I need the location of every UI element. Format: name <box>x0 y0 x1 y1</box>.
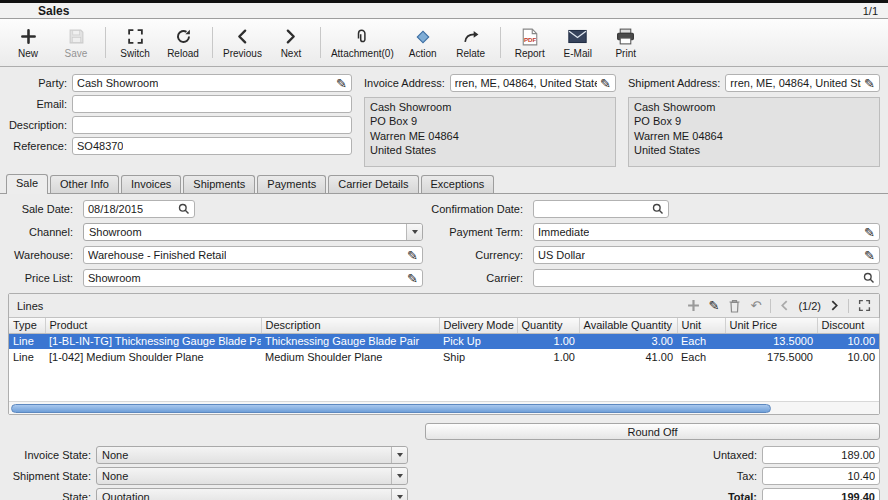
switch-view-icon <box>127 27 144 46</box>
edit-line-button[interactable]: ✎ <box>709 299 720 312</box>
sale-date-input[interactable]: 08/18/2015 <box>83 200 195 218</box>
relate-button[interactable]: Relate <box>447 21 495 64</box>
shipment-state-select[interactable]: None <box>96 467 408 485</box>
tax-label: Tax: <box>704 470 762 482</box>
tab-shipments[interactable]: Shipments <box>183 175 255 193</box>
tab-carrier-details[interactable]: Carrier Details <box>328 175 418 193</box>
pencil-icon: ✎ <box>864 77 875 90</box>
shipment-address-input[interactable]: rren, ME, 04864, United States ✎ <box>725 74 880 92</box>
edit-invoice-address-button[interactable]: ✎ <box>597 77 611 90</box>
chevron-down-icon <box>397 495 403 499</box>
shipment-address-label: Shipment Address: <box>628 77 725 89</box>
carrier-search-button[interactable] <box>860 272 875 284</box>
total-value: 199.40 <box>762 488 880 500</box>
email-input[interactable] <box>72 95 352 113</box>
lines-previous-button[interactable] <box>780 300 789 311</box>
record-pager: 1/1 <box>863 5 878 17</box>
chevron-left-icon <box>780 300 789 311</box>
sale-date-search-button[interactable] <box>175 203 190 215</box>
lines-expand-button[interactable] <box>858 299 871 312</box>
tab-other-info[interactable]: Other Info <box>50 175 119 193</box>
description-input[interactable] <box>72 116 352 134</box>
col-description[interactable]: Description <box>261 318 439 333</box>
undo-icon: ↶ <box>750 299 761 312</box>
action-button[interactable]: Action <box>399 21 447 64</box>
tab-exceptions[interactable]: Exceptions <box>421 175 495 193</box>
col-unit-price[interactable]: Unit Price <box>725 318 817 333</box>
new-button[interactable]: New <box>4 21 52 64</box>
lines-pager: (1/2) <box>798 300 821 312</box>
tab-payments[interactable]: Payments <box>257 175 326 193</box>
undo-line-button[interactable]: ↶ <box>750 299 761 312</box>
chevron-down-icon <box>412 230 418 234</box>
tab-invoices[interactable]: Invoices <box>121 175 181 193</box>
horizontal-scrollbar[interactable] <box>9 401 879 414</box>
reference-input[interactable]: SO48370 <box>72 137 352 155</box>
col-unit[interactable]: Unit <box>677 318 725 333</box>
next-button[interactable]: Next <box>267 21 315 64</box>
col-available-quantity[interactable]: Available Quantity <box>579 318 677 333</box>
payment-term-input[interactable]: Immediate ✎ <box>533 223 880 241</box>
envelope-icon <box>568 27 587 46</box>
pencil-icon: ✎ <box>709 299 720 312</box>
switch-button[interactable]: Switch <box>111 21 159 64</box>
shipment-state-label: Shipment State: <box>8 470 96 482</box>
state-select[interactable]: Quotation <box>96 488 408 500</box>
pencil-icon: ✎ <box>864 226 875 239</box>
reload-button[interactable]: Reload <box>159 21 207 64</box>
tab-sale[interactable]: Sale <box>6 174 48 194</box>
currency-input[interactable]: US Dollar ✎ <box>533 246 880 264</box>
price-list-input[interactable]: Showroom ✎ <box>83 269 423 287</box>
lines-title: Lines <box>17 300 43 312</box>
delete-line-button[interactable] <box>728 299 741 313</box>
magnifier-icon <box>178 203 190 215</box>
action-diamond-icon <box>414 27 432 46</box>
col-product[interactable]: Product <box>45 318 261 333</box>
chevron-left-icon <box>234 27 251 46</box>
warehouse-input[interactable]: Warehouse - Finished Retail ✎ <box>83 246 423 264</box>
channel-dropdown-button[interactable] <box>406 224 422 240</box>
untaxed-value: 189.00 <box>762 446 880 464</box>
channel-select[interactable]: Showroom <box>83 223 423 241</box>
trash-icon <box>728 299 741 313</box>
table-empty-area <box>9 365 879 401</box>
save-button[interactable]: Save <box>52 21 100 64</box>
previous-button[interactable]: Previous <box>218 21 267 64</box>
state-dropdown-button[interactable] <box>391 489 407 500</box>
scrollbar-thumb[interactable] <box>11 404 771 413</box>
add-line-button[interactable] <box>687 299 700 312</box>
invoice-address-input[interactable]: rren, ME, 04864, United States ✎ <box>450 74 616 92</box>
print-button[interactable]: Print <box>602 21 650 64</box>
lines-next-button[interactable] <box>830 300 839 311</box>
table-row[interactable]: Line [1-BL-IN-TG] Thicknessing Gauge Bla… <box>9 333 879 349</box>
confirmation-date-search-button[interactable] <box>649 203 664 215</box>
col-type[interactable]: Type <box>9 318 45 333</box>
confirmation-date-input[interactable] <box>533 200 669 218</box>
attachment-button[interactable]: Attachment(0) <box>326 21 399 64</box>
page-title: Sales <box>38 4 69 18</box>
description-label: Description: <box>8 119 72 131</box>
chevron-down-icon <box>397 474 403 478</box>
shipment-state-dropdown-button[interactable] <box>391 468 407 484</box>
edit-party-button[interactable]: ✎ <box>333 77 347 90</box>
edit-price-list-button[interactable]: ✎ <box>404 272 418 285</box>
carrier-input[interactable] <box>533 269 880 287</box>
warehouse-label: Warehouse: <box>8 249 78 261</box>
invoice-address-box: Cash Showroom PO Box 9 Warren ME 04864 U… <box>364 97 616 167</box>
email-button[interactable]: E-Mail <box>554 21 602 64</box>
edit-shipment-address-button[interactable]: ✎ <box>861 77 875 90</box>
col-quantity[interactable]: Quantity <box>517 318 579 333</box>
email-label: Email: <box>8 98 72 110</box>
col-delivery-mode[interactable]: Delivery Mode <box>439 318 517 333</box>
edit-warehouse-button[interactable]: ✎ <box>404 249 418 262</box>
invoice-state-dropdown-button[interactable] <box>391 447 407 463</box>
edit-currency-button[interactable]: ✎ <box>861 249 875 262</box>
col-discount[interactable]: Discount <box>817 318 879 333</box>
invoice-state-select[interactable]: None <box>96 446 408 464</box>
table-row[interactable]: Line [1-042] Medium Shoulder Plane Mediu… <box>9 349 879 365</box>
round-off-button[interactable]: Round Off <box>425 423 880 440</box>
report-button[interactable]: PDF Report <box>506 21 554 64</box>
pencil-icon: ✎ <box>336 77 347 90</box>
party-input[interactable]: Cash Showroom ✎ <box>72 74 352 92</box>
edit-payment-term-button[interactable]: ✎ <box>861 226 875 239</box>
